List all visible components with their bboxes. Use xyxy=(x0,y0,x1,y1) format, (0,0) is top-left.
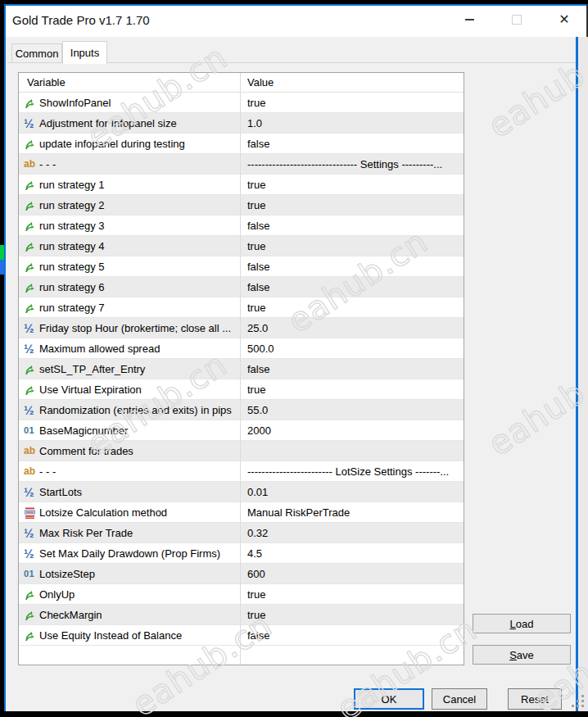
param-label: run strategy 4 xyxy=(39,240,105,252)
param-label: Friday stop Hour (brokertime; close all … xyxy=(39,322,231,334)
param-row[interactable]: run strategy 5false xyxy=(19,256,464,277)
param-label: run strategy 5 xyxy=(39,261,105,273)
list-selection-icon xyxy=(24,506,39,519)
param-row[interactable]: run strategy 7true xyxy=(19,297,464,318)
param-variable-cell: - - - xyxy=(19,158,240,170)
param-variable-cell: Lotsize Calculation method xyxy=(19,506,240,519)
param-variable-cell: Use Virtual Expiration xyxy=(19,383,240,396)
branch-arrows-icon xyxy=(24,383,39,396)
param-variable-cell: run strategy 1 xyxy=(19,179,240,191)
param-value[interactable]: true xyxy=(240,383,464,396)
param-row[interactable]: run strategy 3false xyxy=(19,216,464,236)
maximize-button[interactable] xyxy=(503,6,531,34)
param-row[interactable]: Lotsize Calculation methodManual RiskPer… xyxy=(19,502,464,523)
param-variable-cell: update infopanel during testing xyxy=(19,138,240,150)
param-label: Randomization (entries and exits) in pip… xyxy=(39,404,232,416)
param-value[interactable]: true xyxy=(240,609,464,621)
param-value[interactable]: true xyxy=(240,199,464,211)
param-value[interactable]: 25.0 xyxy=(240,322,464,334)
param-value[interactable]: 55.0 xyxy=(240,404,464,416)
param-label: OnlyUp xyxy=(39,588,75,601)
param-row[interactable]: Use Virtual Expirationtrue xyxy=(19,379,464,400)
param-row[interactable]: run strategy 1true xyxy=(19,175,464,195)
param-label: CheckMargin xyxy=(39,609,102,621)
half-fraction-icon xyxy=(24,342,39,356)
param-value[interactable]: 500.0 xyxy=(240,343,464,355)
watermark-text: eahub.cn xyxy=(482,345,588,463)
accent-border-left xyxy=(4,4,6,711)
param-value[interactable]: 600 xyxy=(240,568,464,580)
param-row[interactable]: Randomization (entries and exits) in pip… xyxy=(19,400,464,420)
minimize-button[interactable] xyxy=(455,6,483,34)
param-row[interactable]: run strategy 4true xyxy=(19,236,464,256)
param-row[interactable]: OnlyUptrue xyxy=(19,584,464,605)
param-variable-cell: Max Risk Per Trade xyxy=(19,526,240,540)
param-value[interactable]: true xyxy=(240,179,464,191)
param-row[interactable]: Max Risk Per Trade0.32 xyxy=(19,523,464,543)
param-label: - - - xyxy=(39,465,56,478)
param-row[interactable]: Set Max Daily Drawdown (Prop Firms)4.5 xyxy=(19,543,464,564)
param-row[interactable]: Friday stop Hour (brokertime; close all … xyxy=(19,318,464,338)
load-button[interactable]: Load xyxy=(473,614,571,633)
param-row[interactable]: - - -------------------------------- Set… xyxy=(19,154,464,175)
close-icon: ✕ xyxy=(559,13,569,26)
param-value[interactable]: 0.32 xyxy=(240,527,464,539)
param-value[interactable]: 2000 xyxy=(240,424,464,437)
param-value[interactable]: ------------------------------- Settings… xyxy=(240,158,464,170)
param-variable-cell: run strategy 7 xyxy=(19,302,240,314)
ab-text-icon xyxy=(24,465,39,477)
param-value[interactable]: true xyxy=(240,97,464,109)
param-value[interactable]: true xyxy=(240,302,464,314)
param-row[interactable]: CheckMargintrue xyxy=(19,605,464,625)
param-value[interactable]: 0.01 xyxy=(240,486,464,498)
param-row[interactable]: Use Equity Instead of Balancefalse xyxy=(19,625,464,646)
ok-button[interactable]: OK xyxy=(354,688,424,710)
param-value[interactable]: 1.0 xyxy=(240,117,464,129)
cancel-button[interactable]: Cancel xyxy=(432,688,487,710)
tab-inputs[interactable]: Inputs xyxy=(62,41,107,64)
param-row[interactable]: Comment for trades xyxy=(19,441,464,461)
param-row[interactable]: Maximum allowed spread500.0 xyxy=(19,338,464,359)
param-value[interactable]: 4.5 xyxy=(240,547,464,560)
close-button[interactable]: ✕ xyxy=(550,6,578,34)
resize-grip[interactable] xyxy=(570,693,586,710)
param-label: BaseMagicnumber xyxy=(39,424,128,437)
param-row[interactable]: BaseMagicnumber2000 xyxy=(19,420,464,441)
param-row[interactable]: run strategy 2true xyxy=(19,195,464,216)
param-value[interactable]: true xyxy=(240,240,464,252)
param-row[interactable]: Adjustment for Infopanel size1.0 xyxy=(19,113,464,134)
param-row[interactable]: ShowInfoPaneltrue xyxy=(19,93,464,113)
param-value[interactable]: true xyxy=(240,588,464,601)
param-value[interactable]: false xyxy=(240,261,464,273)
param-value[interactable]: false xyxy=(240,629,464,642)
digits-01-icon xyxy=(24,569,39,579)
save-button[interactable]: Save xyxy=(473,645,571,665)
param-variable-cell: BaseMagicnumber xyxy=(19,424,240,437)
param-row[interactable]: setSL_TP_After_Entryfalse xyxy=(19,359,464,379)
inputs-table: Variable Value ShowInfoPaneltrueAdjustme… xyxy=(18,72,464,665)
param-value[interactable]: false xyxy=(240,281,464,293)
param-row[interactable]: - - ------------------------- LotSize Se… xyxy=(19,461,464,482)
param-variable-cell: run strategy 4 xyxy=(19,240,240,252)
ab-text-icon xyxy=(24,445,39,456)
tab-common[interactable]: Common xyxy=(11,43,62,63)
param-value[interactable]: Manual RiskPerTrade xyxy=(240,506,464,519)
param-row[interactable]: LotsizeStep600 xyxy=(19,564,464,584)
param-label: ShowInfoPanel xyxy=(39,97,111,109)
param-value[interactable]: false xyxy=(240,363,464,375)
param-label: Use Equity Instead of Balance xyxy=(39,629,182,642)
reset-button[interactable]: Reset xyxy=(508,688,562,710)
param-variable-cell: run strategy 3 xyxy=(19,220,240,232)
title-bar[interactable]: Gold Trade Pro v1.7 1.70 ✕ xyxy=(6,6,586,37)
param-value[interactable]: ------------------------ LotSize Setting… xyxy=(240,465,464,478)
param-variable-cell: Set Max Daily Drawdown (Prop Firms) xyxy=(19,547,240,560)
param-row[interactable]: run strategy 6false xyxy=(19,277,464,297)
param-variable-cell: Adjustment for Infopanel size xyxy=(19,116,240,130)
param-row[interactable]: StartLots0.01 xyxy=(19,482,464,502)
param-value[interactable]: false xyxy=(240,220,464,232)
column-divider[interactable] xyxy=(240,73,241,665)
param-variable-cell: StartLots xyxy=(19,485,240,499)
param-value[interactable]: false xyxy=(240,138,464,150)
param-row[interactable]: update infopanel during testingfalse xyxy=(19,134,464,154)
param-variable-cell: ShowInfoPanel xyxy=(19,97,240,109)
